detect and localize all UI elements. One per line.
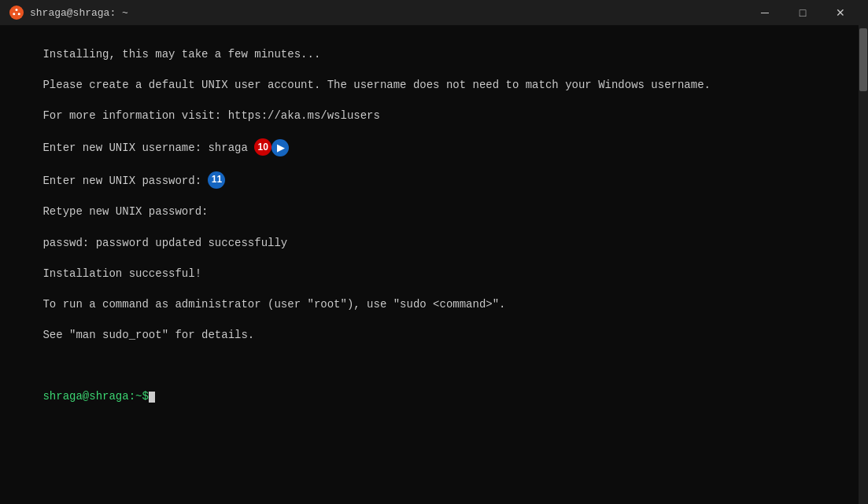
output-line-9: To run a command as administrator (user … [42,298,505,311]
terminal-prompt: shraga@shraga:~$ [42,390,148,403]
badge-cursor: ▶ [271,139,289,156]
scrollbar-thumb[interactable] [859,28,867,91]
svg-point-1 [16,9,18,11]
minimize-button[interactable]: ─ [747,0,783,25]
output-line-3: For more information visit: https://aka.… [42,109,379,122]
output-line-4: Enter new UNIX username: shraga [42,142,254,154]
svg-point-3 [13,13,15,15]
svg-point-2 [18,13,20,15]
scrollbar[interactable] [859,25,868,504]
terminal-body: Installing, this may take a few minutes.… [0,25,868,504]
terminal-output[interactable]: Installing, this may take a few minutes.… [0,25,859,504]
output-line-1: Installing, this may take a few minutes.… [42,48,320,61]
output-line-10: See "man sudo_root" for details. [42,329,254,341]
title-bar: shraga@shraga: ~ ─ □ ✕ [0,0,868,25]
window-title: shraga@shraga: ~ [30,7,747,19]
badge-11: 11 [208,171,225,189]
maximize-button[interactable]: □ [785,0,821,25]
output-line-5: Enter new UNIX password: [42,174,208,186]
badge-10: 10 [254,138,271,156]
window-controls: ─ □ ✕ [747,0,859,25]
cursor [149,392,155,403]
output-line-6: Retype new UNIX password: [42,205,214,218]
ubuntu-icon [9,6,24,20]
output-line-2: Please create a default UNIX user accoun… [42,79,711,91]
terminal-window: shraga@shraga: ~ ─ □ ✕ Installing, this … [0,0,868,504]
close-button[interactable]: ✕ [822,0,859,25]
output-line-8: Installation successful! [42,267,201,280]
output-line-7: passwd: password updated successfully [42,237,287,249]
